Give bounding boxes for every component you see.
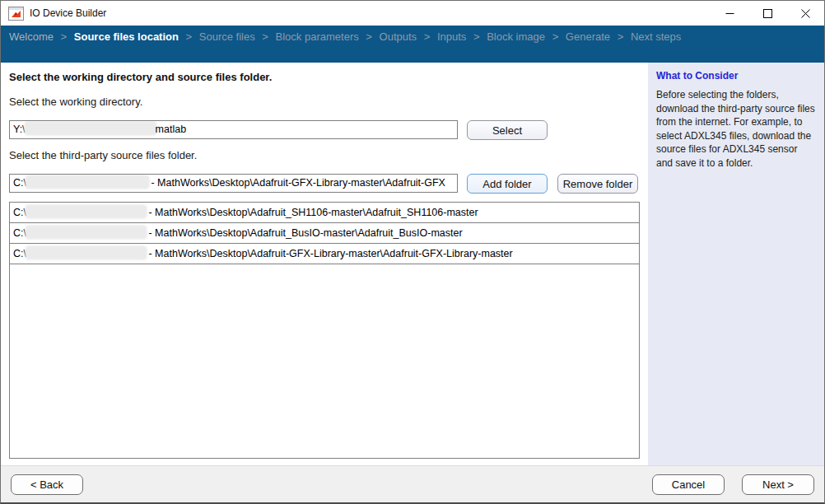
folder-list-item[interactable]: C:\ - MathWorks\Desktop\Adafruit_BusIO-m… bbox=[10, 223, 639, 244]
breadcrumb-separator: > bbox=[424, 30, 431, 43]
close-button[interactable] bbox=[786, 1, 824, 26]
maximize-icon bbox=[763, 9, 772, 18]
select-directory-button[interactable]: Select bbox=[467, 120, 548, 140]
working-directory-input[interactable]: Y:\matlab bbox=[9, 120, 458, 139]
breadcrumb-step-generate: Generate bbox=[566, 30, 610, 43]
breadcrumb-step-next-steps: Next steps bbox=[631, 30, 681, 43]
wizard-breadcrumb: Welcome > Source files location > Source… bbox=[1, 26, 824, 63]
source-folder-input[interactable]: C:\ - MathWorks\Desktop\Adafruit-GFX-Lib… bbox=[9, 174, 458, 193]
breadcrumb-separator: > bbox=[262, 30, 268, 43]
breadcrumb-step-inputs: Inputs bbox=[437, 30, 466, 43]
breadcrumb-step-block-parameters: Block parameters bbox=[276, 30, 359, 43]
title-bar: IO Device Builder bbox=[1, 1, 824, 26]
working-directory-label: Select the working directory. bbox=[9, 96, 142, 108]
redacted-text bbox=[26, 247, 146, 259]
minimize-icon bbox=[725, 9, 734, 18]
sidebar-help-text: Before selecting the folders, download t… bbox=[656, 88, 816, 170]
footer-bar: < Back Cancel Next > bbox=[1, 465, 824, 503]
source-folder-label: Select the third-party source files fold… bbox=[9, 149, 197, 161]
breadcrumb-step-outputs: Outputs bbox=[380, 30, 417, 43]
redacted-text bbox=[26, 123, 156, 134]
help-sidebar: What to Consider Before selecting the fo… bbox=[648, 63, 824, 465]
working-directory-value-suffix: matlab bbox=[156, 124, 187, 135]
minimize-button[interactable] bbox=[711, 1, 748, 26]
breadcrumb-separator: > bbox=[473, 30, 480, 43]
remove-folder-button[interactable]: Remove folder bbox=[557, 174, 638, 194]
breadcrumb-separator: > bbox=[61, 30, 68, 43]
page-title: Select the working directory and source … bbox=[9, 71, 272, 83]
folder-list-item[interactable]: C:\ - MathWorks\Desktop\Adafruit_SH1106-… bbox=[10, 203, 639, 223]
folder-list[interactable]: C:\ - MathWorks\Desktop\Adafruit_SH1106-… bbox=[9, 202, 640, 459]
breadcrumb-separator: > bbox=[552, 30, 559, 43]
close-icon bbox=[801, 9, 810, 18]
breadcrumb-step-welcome: Welcome bbox=[9, 30, 54, 43]
maximize-button[interactable] bbox=[748, 1, 786, 26]
working-directory-value-prefix: Y:\ bbox=[13, 124, 26, 135]
add-folder-button[interactable]: Add folder bbox=[467, 174, 548, 194]
cancel-button[interactable]: Cancel bbox=[652, 474, 725, 495]
breadcrumb-step-source-files: Source files bbox=[199, 30, 255, 43]
source-folder-value-suffix: - MathWorks\Desktop\Adafruit-GFX-Library… bbox=[148, 177, 445, 189]
source-folder-value-prefix: C:\ bbox=[13, 177, 26, 189]
breadcrumb-separator: > bbox=[618, 30, 624, 43]
sidebar-heading: What to Consider bbox=[656, 70, 816, 82]
redacted-text bbox=[26, 176, 148, 188]
breadcrumb-separator: > bbox=[186, 30, 193, 43]
main-panel: Select the working directory and source … bbox=[1, 63, 648, 465]
breadcrumb-step-source-files-location: Source files location bbox=[74, 30, 179, 43]
breadcrumb-separator: > bbox=[366, 30, 372, 43]
io-device-builder-window: IO Device Builder Welcome > Source files… bbox=[0, 0, 825, 504]
folder-list-item[interactable]: C:\ - MathWorks\Desktop\Adafruit-GFX-Lib… bbox=[10, 244, 639, 264]
redacted-text bbox=[26, 206, 146, 217]
back-button[interactable]: < Back bbox=[11, 474, 83, 495]
next-button[interactable]: Next > bbox=[742, 474, 814, 495]
breadcrumb-step-block-image: Block image bbox=[487, 30, 545, 43]
window-title: IO Device Builder bbox=[30, 7, 106, 19]
window-controls bbox=[711, 1, 824, 26]
matlab-app-icon bbox=[8, 7, 24, 21]
redacted-text bbox=[26, 226, 146, 238]
